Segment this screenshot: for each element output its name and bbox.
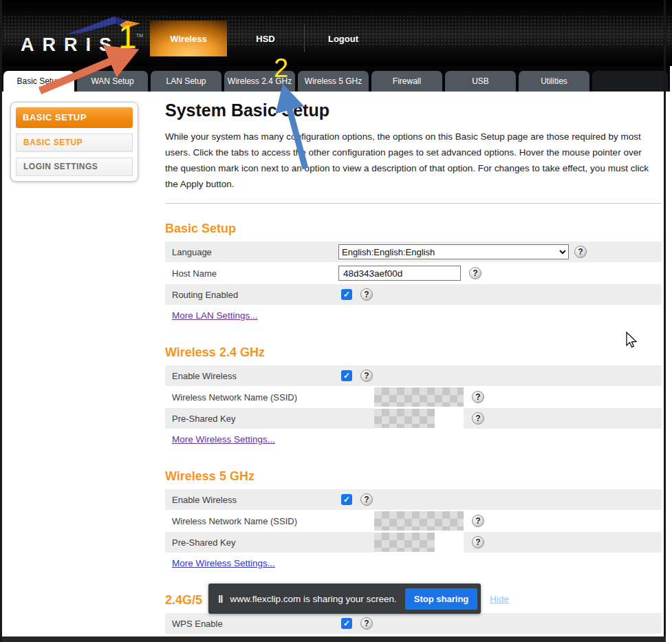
- window-border-right: [664, 0, 666, 642]
- language-label: Language: [165, 247, 338, 257]
- enable-wireless-5-checkbox[interactable]: ✓: [341, 494, 352, 505]
- tab-usb[interactable]: USB: [445, 71, 516, 92]
- tab-lan-setup[interactable]: LAN Setup: [151, 71, 221, 92]
- sidebar-nav: BASIC SETUP BASIC SETUP LOGIN SETTINGS: [10, 102, 138, 182]
- psk-24-help-icon[interactable]: ?: [472, 412, 484, 425]
- psk-5-redacted-value: [374, 532, 464, 553]
- section-wireless-5ghz: Wireless 5 GHz Enable Wireless ✓ ? Wirel…: [165, 469, 662, 573]
- trademark-label: TM: [136, 33, 143, 38]
- ssid-24-row: Wireless Network Name (SSID) ?: [165, 387, 662, 407]
- window-border-bottom: [2, 636, 666, 642]
- top-menu-logout[interactable]: Logout: [305, 21, 382, 56]
- wireless-5ghz-heading: Wireless 5 GHz: [165, 469, 662, 484]
- page-title: System Basic Setup: [165, 100, 662, 120]
- routing-enabled-label: Routing Enabled: [165, 290, 338, 300]
- enable-wireless-24-label: Enable Wireless: [165, 371, 338, 381]
- more-wireless-24-row: More Wireless Settings...: [165, 429, 662, 449]
- ssid-5-label: Wireless Network Name (SSID): [165, 516, 338, 526]
- tab-wireless-5ghz[interactable]: Wireless 5 GHz: [298, 71, 369, 92]
- wps-help-icon[interactable]: ?: [360, 617, 373, 630]
- enable-wireless-24-help-icon[interactable]: ?: [360, 370, 373, 382]
- ssid-5-help-icon[interactable]: ?: [472, 515, 484, 527]
- enable-wireless-24-checkbox[interactable]: ✓: [341, 370, 352, 381]
- pause-icon[interactable]: ‖: [218, 593, 223, 605]
- more-wireless-24-link[interactable]: More Wireless Settings...: [172, 434, 275, 445]
- ssid-5-redacted-value: [374, 511, 464, 531]
- tab-utilities[interactable]: Utilities: [519, 71, 589, 92]
- more-lan-settings-row: More LAN Settings...: [165, 306, 662, 325]
- window-border-left: [0, 0, 2, 642]
- sidebar-header: BASIC SETUP: [16, 107, 133, 128]
- language-row: Language English:English:English ?: [165, 242, 662, 262]
- psk-5-row: Pre-Shared Key ?: [165, 532, 662, 553]
- wireless-24ghz-heading: Wireless 2.4 GHz: [165, 345, 662, 360]
- sidebar-item-login-settings[interactable]: LOGIN SETTINGS: [16, 158, 133, 176]
- wps-enable-label: WPS Enable: [165, 619, 338, 629]
- hostname-label: Host Name: [165, 268, 338, 279]
- more-lan-settings-link[interactable]: More LAN Settings...: [172, 310, 258, 321]
- ssid-24-label: Wireless Network Name (SSID): [165, 392, 338, 403]
- psk-5-label: Pre-Shared Key: [165, 537, 338, 548]
- enable-wireless-24-row: Enable Wireless ✓ ?: [165, 365, 662, 386]
- hostname-input[interactable]: [338, 266, 461, 281]
- top-header: ARRIS TM Wireless HSD Logout: [0, 0, 672, 66]
- top-menu: Wireless HSD Logout: [150, 21, 382, 56]
- sidebar-item-basic-setup[interactable]: BASIC SETUP: [16, 133, 133, 152]
- tab-firewall[interactable]: Firewall: [371, 71, 442, 92]
- psk-24-redacted-value: [374, 408, 464, 429]
- ssid-24-redacted-value: [374, 387, 464, 407]
- router-admin-page: ARRIS TM Wireless HSD Logout Basic Setup…: [0, 0, 672, 642]
- share-message: www.flexclip.com is sharing your screen.: [230, 594, 396, 604]
- routing-enabled-row: Routing Enabled ✓ ?: [165, 284, 662, 305]
- tab-bar-filler: [592, 71, 668, 92]
- basic-setup-heading: Basic Setup: [165, 222, 662, 236]
- tab-bar: Basic Setup WAN Setup LAN Setup Wireless…: [2, 66, 670, 92]
- ssid-24-help-icon[interactable]: ?: [472, 391, 484, 403]
- more-wireless-5-row: More Wireless Settings...: [165, 553, 662, 573]
- routing-help-icon[interactable]: ?: [360, 288, 373, 301]
- routing-enabled-checkbox[interactable]: ✓: [341, 289, 352, 300]
- tab-wan-setup[interactable]: WAN Setup: [77, 71, 148, 92]
- main-content: System Basic Setup While your system has…: [165, 96, 662, 642]
- psk-24-row: Pre-Shared Key ?: [165, 408, 662, 429]
- top-menu-wireless[interactable]: Wireless: [150, 21, 227, 56]
- hostname-help-icon[interactable]: ?: [469, 267, 481, 279]
- more-wireless-5-link[interactable]: More Wireless Settings...: [172, 558, 275, 568]
- arris-logo: ARRIS TM: [21, 12, 151, 58]
- page-intro-text: While your system has many configuration…: [165, 129, 656, 192]
- wps-enable-checkbox[interactable]: ✓: [341, 618, 352, 629]
- tab-wireless-24ghz[interactable]: Wireless 2.4 GHz: [224, 71, 295, 92]
- language-select[interactable]: English:English:English: [338, 244, 569, 259]
- section-wireless-24ghz: Wireless 2.4 GHz Enable Wireless ✓ ? Wir…: [165, 345, 662, 449]
- intro-divider: [165, 203, 662, 204]
- stop-sharing-button[interactable]: Stop sharing: [405, 588, 477, 610]
- ssid-5-row: Wireless Network Name (SSID) ?: [165, 511, 662, 531]
- enable-wireless-5-help-icon[interactable]: ?: [360, 493, 373, 506]
- enable-wireless-5-label: Enable Wireless: [165, 495, 338, 505]
- language-help-icon[interactable]: ?: [574, 246, 587, 258]
- tab-basic-setup[interactable]: Basic Setup: [3, 71, 74, 92]
- hostname-row: Host Name ?: [165, 263, 662, 283]
- brand-name: ARRIS: [21, 34, 120, 56]
- wps-enable-row: WPS Enable ✓ ?: [165, 613, 662, 634]
- psk-5-help-icon[interactable]: ?: [472, 536, 484, 548]
- enable-wireless-5-row: Enable Wireless ✓ ?: [165, 489, 662, 510]
- top-menu-hsd[interactable]: HSD: [227, 21, 304, 56]
- psk-24-label: Pre-Shared Key: [165, 414, 338, 424]
- hide-link[interactable]: Hide: [490, 594, 509, 604]
- screen-share-bar: ‖ www.flexclip.com is sharing your scree…: [208, 584, 481, 614]
- section-basic-setup: Basic Setup Language English:English:Eng…: [165, 222, 662, 325]
